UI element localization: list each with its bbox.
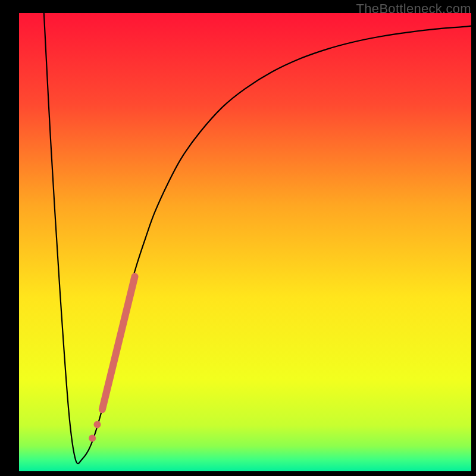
data-marker-dot bbox=[89, 435, 96, 442]
chart-frame: { "watermark": "TheBottleneck.com", "lay… bbox=[0, 0, 476, 476]
bottleneck-chart bbox=[19, 13, 471, 471]
gradient-background bbox=[19, 13, 471, 471]
watermark-text: TheBottleneck.com bbox=[356, 1, 471, 17]
data-marker-dot bbox=[93, 421, 101, 428]
